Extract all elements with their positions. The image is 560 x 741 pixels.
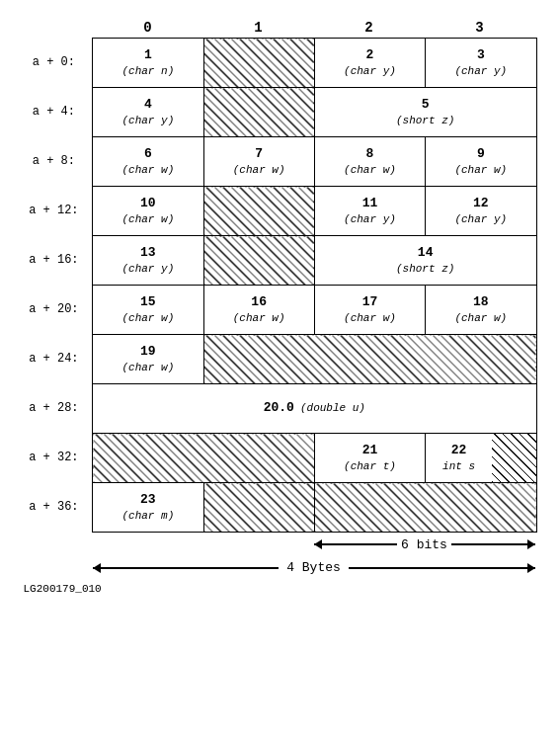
cell-1: 1(char n): [93, 39, 203, 88]
cell-17: 17(char w): [314, 286, 425, 335]
row-label: a + 4:: [24, 88, 93, 137]
row-label: a + 16:: [24, 236, 93, 286]
row-label: a + 36:: [24, 483, 93, 533]
table-row: a + 28: 20.0 (double u): [24, 384, 537, 434]
cell-pad: [314, 483, 536, 533]
cell-pad: [93, 434, 315, 483]
cell-10: 10(char w): [93, 187, 203, 236]
column-headers: 0 1 2 3: [93, 20, 537, 36]
table-row: a + 24: 19(char w): [24, 335, 537, 384]
cell-pad: [203, 236, 314, 286]
cell-7: 7(char w): [203, 137, 314, 187]
cell-21: 21(char t): [314, 434, 425, 483]
row-label: a + 8:: [24, 137, 93, 187]
cell-pad: [203, 335, 536, 384]
diagram-wrapper: 0 1 2 3 a + 0: 1(char n) 2(char y) 3(cha…: [24, 20, 537, 595]
memory-layout-table: a + 0: 1(char n) 2(char y) 3(char y) a +…: [24, 38, 537, 533]
row-label: a + 0:: [24, 39, 93, 88]
row-label: a + 12:: [24, 187, 93, 236]
caption: LG200179_010: [24, 583, 537, 595]
cell-pad: [203, 483, 314, 533]
table-row: a + 8: 6(char w) 7(char w) 8(char w) 9(c…: [24, 137, 537, 187]
bits-arrow-row: 6 bits: [93, 535, 537, 554]
cell-16: 16(char w): [203, 286, 314, 335]
row-label: a + 24:: [24, 335, 93, 384]
cell-4: 4(char y): [93, 88, 203, 137]
cell-23: 23(char m): [93, 483, 203, 533]
row-label: a + 28:: [24, 384, 93, 434]
cell-11: 11(char y): [314, 187, 425, 236]
col-header-1: 1: [203, 20, 314, 36]
bytes-label: 4 Bytes: [286, 560, 341, 575]
cell-13: 13(char y): [93, 236, 203, 286]
row-label: a + 20:: [24, 286, 93, 335]
table-row: a + 16: 13(char y) 14(short z): [24, 236, 537, 286]
table-row: a + 4: 4(char y) 5(short z): [24, 88, 537, 137]
table-row: a + 12: 10(char w) 11(char y) 12(char y): [24, 187, 537, 236]
cell-20: 20.0 (double u): [93, 384, 536, 434]
table-row: a + 0: 1(char n) 2(char y) 3(char y): [24, 39, 537, 88]
cell-pad: [203, 187, 314, 236]
cell-5: 5(short z): [314, 88, 536, 137]
table-row: a + 20: 15(char w) 16(char w) 17(char w)…: [24, 286, 537, 335]
cell-12: 12(char y): [426, 187, 536, 236]
cell-22-int-s: 22 int s: [426, 434, 536, 483]
cell-pad: [203, 88, 314, 137]
bits-label: 6 bits: [401, 537, 447, 552]
cell-2: 2(char y): [314, 39, 425, 88]
row-label: a + 32:: [24, 434, 93, 483]
cell-14: 14(short z): [314, 236, 536, 286]
cell-9: 9(char w): [426, 137, 536, 187]
cell-3: 3(char y): [426, 39, 536, 88]
col-header-2: 2: [314, 20, 425, 36]
cell-6: 6(char w): [93, 137, 203, 187]
cell-19: 19(char w): [93, 335, 203, 384]
table-row: a + 36: 23(char m): [24, 483, 537, 533]
table-row: a + 32: 21(char t) 22 int s: [24, 434, 537, 483]
col-header-0: 0: [93, 20, 203, 36]
cell-8: 8(char w): [314, 137, 425, 187]
cell-15: 15(char w): [93, 286, 203, 335]
bytes-arrow-row: 4 Bytes: [93, 560, 535, 575]
cell-18: 18(char w): [426, 286, 536, 335]
cell-pad: [203, 39, 314, 88]
col-header-3: 3: [425, 20, 535, 36]
